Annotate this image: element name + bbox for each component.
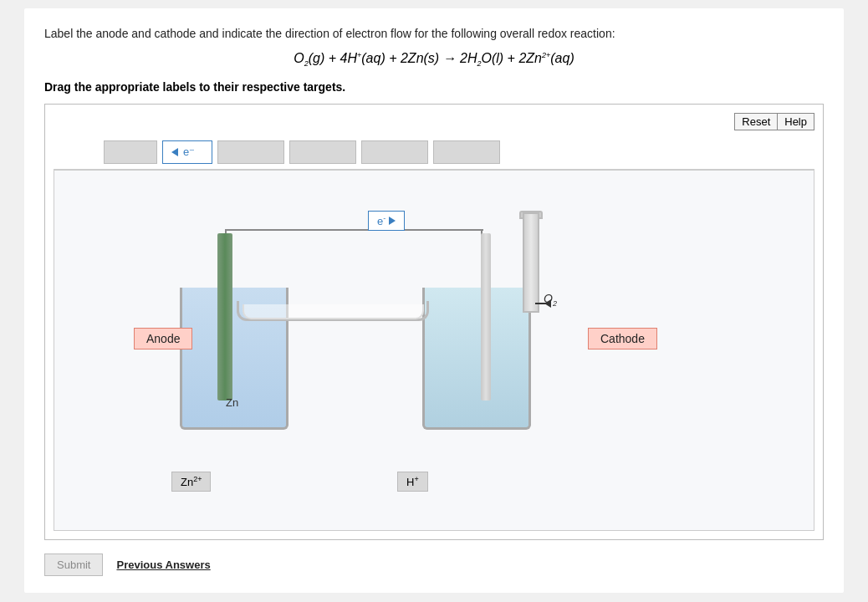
anode-label[interactable]: Anode (134, 328, 192, 349)
label-slot-4[interactable] (361, 140, 428, 164)
zn2-label[interactable]: Zn2+ (171, 472, 211, 492)
beaker-body-right (422, 288, 531, 430)
wire-top-left (225, 229, 325, 231)
submit-button[interactable]: Submit (44, 554, 103, 576)
label-slot-3[interactable] (289, 140, 356, 164)
label-slot-2[interactable] (217, 140, 284, 164)
e-arrow-diagram-label: e- (377, 214, 385, 227)
instruction-text: Label the anode and cathode and indicate… (44, 25, 824, 43)
h-text: H+ (406, 476, 419, 488)
o2-tube (523, 212, 539, 313)
cathode-label[interactable]: Cathode (588, 328, 657, 349)
h-label[interactable]: H+ (397, 472, 428, 492)
arrow-right-icon (389, 217, 396, 225)
beaker-right (422, 271, 531, 430)
electrode-zn (217, 233, 232, 400)
bottom-bar: Submit Previous Answers (44, 554, 824, 576)
salt-bridge-inner (243, 304, 424, 319)
label-slot-5[interactable] (433, 140, 500, 164)
zn-text: Zn (226, 396, 238, 409)
arrow-left-icon (171, 148, 178, 156)
electrode-right (481, 233, 491, 400)
label-slot-1[interactable] (104, 140, 157, 164)
labels-row: e⁻ (54, 135, 814, 170)
equation-text: O2(g) + 4H+(aq) + 2Zn(s) → 2H2O(l) + 2Zn… (294, 51, 574, 65)
zn-electrode-label: Zn (226, 396, 238, 409)
cell-diagram: e- (71, 187, 797, 513)
drag-instruction: Drag the appropriate labels to their res… (44, 80, 824, 94)
diagram-area: e- (54, 170, 814, 531)
page-container: Label the anode and cathode and indicate… (24, 8, 844, 593)
top-bar: Reset Help (54, 113, 814, 130)
main-box: Reset Help e⁻ (44, 104, 824, 540)
cathode-text: Cathode (600, 332, 645, 345)
anode-text: Anode (146, 332, 180, 345)
prev-answers-link[interactable]: Previous Answers (116, 559, 210, 571)
help-button[interactable]: Help (777, 113, 814, 130)
e-arrow-label: e⁻ (183, 145, 195, 158)
reset-button[interactable]: Reset (734, 113, 777, 130)
label-e-arrow[interactable]: e⁻ (162, 140, 212, 164)
o2-arrow (535, 303, 550, 304)
equation: O2(g) + 4H+(aq) + 2Zn(s) → 2H2O(l) + 2Zn… (44, 51, 824, 69)
zn2-text: Zn2+ (181, 476, 202, 488)
e-arrow-diagram[interactable]: e- (368, 211, 405, 231)
